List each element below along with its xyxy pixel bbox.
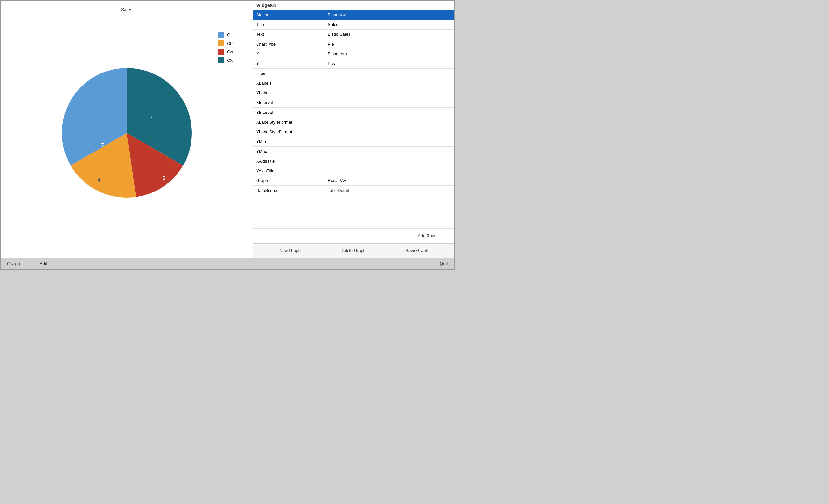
props-key: Filter [253, 69, 324, 78]
props-key: DataSource [253, 186, 324, 195]
props-value [324, 137, 455, 146]
props-row[interactable]: YAxisTitle [253, 166, 455, 176]
pie-container: 7 3 4 7 [62, 63, 192, 204]
props-key: ChartType [253, 39, 324, 49]
props-value [324, 108, 455, 117]
props-row[interactable]: XBistroItem [253, 49, 455, 59]
label-cw: 3 [162, 175, 166, 181]
props-value [324, 127, 455, 137]
props-row[interactable]: XLabels [253, 78, 455, 88]
props-value [324, 166, 455, 176]
chart-title: Sales [121, 7, 132, 12]
props-row[interactable]: TitleSales [253, 20, 455, 30]
props-value: Bistro Vw [324, 10, 455, 20]
legend-item-c: C [218, 32, 233, 38]
props-row[interactable]: TextBistro Sales [253, 30, 455, 39]
props-row[interactable]: ChartTypePie [253, 39, 455, 49]
bottom-bar-edit[interactable]: Edit [39, 261, 47, 266]
legend-item-cw: Cw [218, 49, 233, 55]
legend-color-cx [218, 57, 224, 63]
props-row[interactable]: YLabelStyleFormat [253, 127, 455, 137]
props-key: Y [253, 59, 324, 68]
props-key: XAxisTitle [253, 156, 324, 166]
legend-label-cp: CP [227, 41, 233, 46]
label-cx: 7 [149, 115, 152, 121]
props-row[interactable]: GraphRosa_Vw [253, 176, 455, 186]
props-panel: Widget01 StationBistro VwTitleSalesTextB… [253, 1, 455, 257]
props-key: Title [253, 20, 324, 29]
delete-graph-button[interactable]: Delete Graph [337, 247, 369, 254]
props-key: YAxisTitle [253, 166, 324, 176]
props-key: XLabels [253, 78, 324, 88]
legend-label-c: C [227, 33, 230, 37]
props-key: YMax [253, 147, 324, 156]
props-value: Bistro Sales [324, 30, 455, 39]
props-key: YInterval [253, 108, 324, 117]
props-row[interactable]: YPcs [253, 59, 455, 69]
widget-title: Widget01 [253, 1, 455, 10]
props-value [324, 147, 455, 156]
props-key: Graph [253, 176, 324, 185]
legend-color-cp [218, 40, 224, 46]
props-row[interactable]: XAxisTitle [253, 156, 455, 166]
legend-item-cx: CX [218, 57, 233, 63]
legend-color-cw [218, 49, 224, 55]
props-key: YMin [253, 137, 324, 146]
props-row[interactable]: YLabels [253, 88, 455, 98]
chart-panel: Sales [1, 1, 253, 257]
legend: C CP Cw CX [218, 32, 233, 63]
new-graph-button[interactable]: New Graph [276, 247, 304, 254]
pie-chart-svg: 7 3 4 7 [62, 63, 192, 203]
props-value: TableDetail [324, 186, 455, 195]
props-key: YLabels [253, 88, 324, 98]
bottom-bar: Graph Edit Quit [1, 257, 455, 269]
props-key: X [253, 49, 324, 59]
props-value [324, 156, 455, 166]
props-value: Pie [324, 39, 455, 49]
save-graph-button[interactable]: Save Graph [402, 247, 431, 254]
props-row[interactable]: YMax [253, 147, 455, 156]
bottom-bar-quit[interactable]: Quit [439, 261, 448, 266]
props-value [324, 88, 455, 98]
props-row[interactable]: DataSourceTableDetail [253, 186, 455, 195]
add-row-area: Add Row [253, 228, 455, 243]
props-value: Pcs [324, 59, 455, 68]
legend-label-cx: CX [227, 58, 233, 63]
props-row[interactable]: StationBistro Vw [253, 10, 455, 20]
props-value [324, 78, 455, 88]
props-key: YLabelStyleFormat [253, 127, 324, 137]
props-row[interactable]: YMin [253, 137, 455, 147]
props-row[interactable]: XInterval [253, 98, 455, 108]
legend-item-cp: CP [218, 40, 233, 46]
legend-label-cw: Cw [227, 49, 233, 54]
graph-actions: New Graph Delete Graph Save Graph [253, 243, 455, 257]
props-value [324, 98, 455, 107]
props-value: Sales [324, 20, 455, 29]
props-key: Station [253, 10, 324, 20]
add-row-button[interactable]: Add Row [418, 233, 435, 238]
props-row[interactable]: XLabelStyleFormat [253, 117, 455, 127]
properties-table: StationBistro VwTitleSalesTextBistro Sal… [253, 10, 455, 228]
props-row[interactable]: Filter [253, 69, 455, 78]
props-value [324, 69, 455, 78]
props-value [324, 117, 455, 127]
props-key: Text [253, 30, 324, 39]
chart-content: 7 3 4 7 C CP Cw [7, 15, 246, 251]
legend-color-c [218, 32, 224, 38]
label-cp: 4 [97, 177, 101, 183]
props-value: BistroItem [324, 49, 455, 59]
bottom-bar-graph[interactable]: Graph [7, 261, 20, 266]
props-value: Rosa_Vw [324, 176, 455, 185]
label-c: 7 [101, 142, 104, 149]
props-row[interactable]: YInterval [253, 108, 455, 117]
props-key: XInterval [253, 98, 324, 107]
props-key: XLabelStyleFormat [253, 117, 324, 127]
